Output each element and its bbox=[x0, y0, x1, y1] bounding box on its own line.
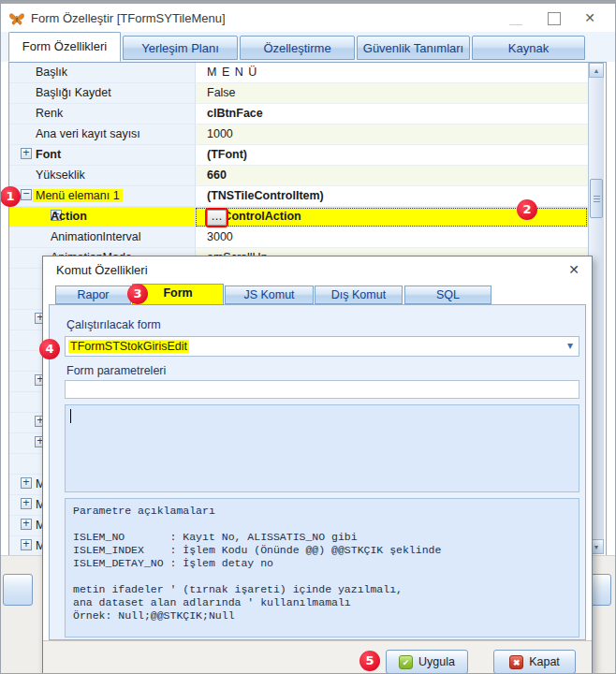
table-row[interactable]: Başlık M E N Ü bbox=[9, 63, 588, 83]
table-row[interactable]: Ana veri kayıt sayısı 1000 bbox=[9, 125, 588, 145]
annotation-badge-4: 4 bbox=[39, 339, 60, 359]
tab-form-ozellikleri[interactable]: Form Özellikleri bbox=[8, 32, 121, 62]
dialog-title: Komut Özellikleri bbox=[56, 263, 148, 277]
close-button[interactable]: ✖ Kapat bbox=[493, 650, 576, 674]
apply-button[interactable]: ✔ Uygula bbox=[386, 650, 468, 674]
main-tab-bar: Form Özellikleri Yerleşim Planı Özelleşt… bbox=[1, 32, 615, 62]
prop-value: (TNSTileControlItem) bbox=[207, 189, 324, 202]
komut-ozellikleri-dialog: Komut Özellikleri ✕ Rapor Form JS Komut … bbox=[42, 256, 593, 674]
expand-icon[interactable]: + bbox=[21, 477, 32, 489]
prop-value: (TFont) bbox=[207, 148, 247, 161]
script-textarea[interactable] bbox=[65, 404, 579, 492]
thumb-grip-icon bbox=[594, 196, 600, 203]
prop-name: Renk bbox=[36, 107, 63, 120]
param-help-box: Parametre açıklamaları ISLEM_NO : Kayıt … bbox=[65, 498, 579, 637]
minimize-icon[interactable]: — bbox=[508, 16, 523, 31]
table-row[interactable]: − Menü elemanı 1 (TNSTileControlItem) bbox=[9, 186, 588, 207]
dtab-rapor[interactable]: Rapor bbox=[55, 286, 131, 304]
table-row[interactable]: Renk clBtnFace bbox=[9, 104, 588, 125]
table-row[interactable]: Yükseklik 660 bbox=[9, 166, 588, 186]
dialog-close-icon[interactable]: ✕ bbox=[568, 262, 579, 277]
prop-value: 660 bbox=[207, 168, 227, 182]
prop-name: Menü elemanı 1 bbox=[33, 189, 123, 202]
run-form-combobox[interactable]: TFormSTStokGirisEdit ▾ bbox=[65, 336, 579, 357]
prop-value: 1000 bbox=[207, 127, 233, 140]
scroll-up-icon[interactable]: ▲ bbox=[589, 63, 604, 78]
dtab-sql[interactable]: SQL bbox=[404, 286, 491, 304]
dialog-footer: ✔ Uygula ✖ Kapat bbox=[43, 640, 592, 674]
tab-guvenlik-tanimlari[interactable]: Güvenlik Tanımları bbox=[357, 36, 470, 60]
expand-icon[interactable]: + bbox=[21, 498, 32, 509]
close-icon[interactable]: ✕ bbox=[581, 10, 598, 25]
x-icon: ✖ bbox=[509, 655, 523, 669]
prop-name: Ana veri kayıt sayısı bbox=[36, 127, 140, 140]
window-title: Form Özelleştir [TFormSYTileMenu] bbox=[31, 11, 226, 25]
prop-name: Font bbox=[36, 148, 61, 161]
tab-yerlesim-plani[interactable]: Yerleşim Planı bbox=[123, 36, 238, 60]
expand-icon[interactable]: + bbox=[21, 519, 32, 530]
table-row[interactable]: Başlığı Kaydet False bbox=[9, 83, 588, 104]
collapse-icon[interactable]: − bbox=[21, 189, 32, 200]
scrollbar-thumb[interactable] bbox=[590, 179, 603, 218]
dtab-js-komut[interactable]: JS Komut bbox=[225, 286, 314, 304]
prop-name: Başlığı Kaydet bbox=[36, 86, 111, 99]
run-form-label: Çalıştırılacak form bbox=[66, 318, 161, 331]
form-tab-panel: Çalıştırılacak form TFormSTStokGirisEdit… bbox=[49, 304, 586, 640]
annotation-badge-1: 1 bbox=[0, 186, 21, 207]
table-row[interactable]: + Font (TFont) bbox=[9, 145, 588, 166]
prop-value: False bbox=[207, 86, 236, 99]
partial-button-left[interactable] bbox=[3, 574, 33, 606]
butterfly-icon bbox=[8, 10, 25, 27]
tab-kaynak[interactable]: Kaynak bbox=[472, 36, 585, 60]
ellipsis-button[interactable]: … bbox=[207, 210, 227, 226]
text-cursor bbox=[70, 409, 71, 423]
dtab-dis-komut[interactable]: Dış Komut bbox=[315, 286, 403, 304]
title-bar: Form Özelleştir [TFormSYTileMenu] — ✕ bbox=[1, 1, 615, 34]
prop-name: AnimationInterval bbox=[51, 230, 141, 243]
expand-icon[interactable]: + bbox=[21, 148, 32, 159]
table-row[interactable]: AnimationInterval 3000 bbox=[9, 227, 588, 248]
annotation-badge-5: 5 bbox=[359, 651, 380, 671]
run-form-value: TFormSTStokGirisEdit bbox=[68, 340, 189, 353]
check-icon: ✔ bbox=[399, 655, 413, 669]
form-params-label: Form parametreleri bbox=[66, 364, 166, 377]
app-window: Form Özelleştir [TFormSYTileMenu] — ✕ Fo… bbox=[0, 0, 616, 674]
prop-value: 3000 bbox=[207, 230, 233, 243]
chevron-down-icon[interactable]: ▾ bbox=[567, 339, 573, 352]
prop-name: Yükseklik bbox=[36, 168, 85, 182]
prop-value: clBtnFace bbox=[207, 107, 263, 120]
prop-name: Başlık bbox=[36, 66, 67, 79]
prop-name: Action bbox=[51, 210, 87, 223]
table-row-action[interactable]: + Action NSControlAction … bbox=[9, 207, 588, 227]
maximize-icon[interactable] bbox=[548, 12, 561, 25]
annotation-badge-2: 2 bbox=[517, 199, 537, 220]
close-button-label: Kapat bbox=[529, 655, 560, 668]
apply-button-label: Uygula bbox=[418, 655, 455, 668]
annotation-badge-3: 3 bbox=[127, 284, 148, 304]
expand-icon[interactable]: + bbox=[21, 539, 32, 550]
param-help-text: Parametre açıklamaları ISLEM_NO : Kayıt … bbox=[73, 505, 441, 623]
prop-value: M E N Ü bbox=[207, 66, 257, 79]
tab-ozellestirme-gecmisi[interactable]: Özelleştirme Geçmişi bbox=[240, 36, 355, 60]
form-params-input[interactable] bbox=[65, 380, 579, 399]
